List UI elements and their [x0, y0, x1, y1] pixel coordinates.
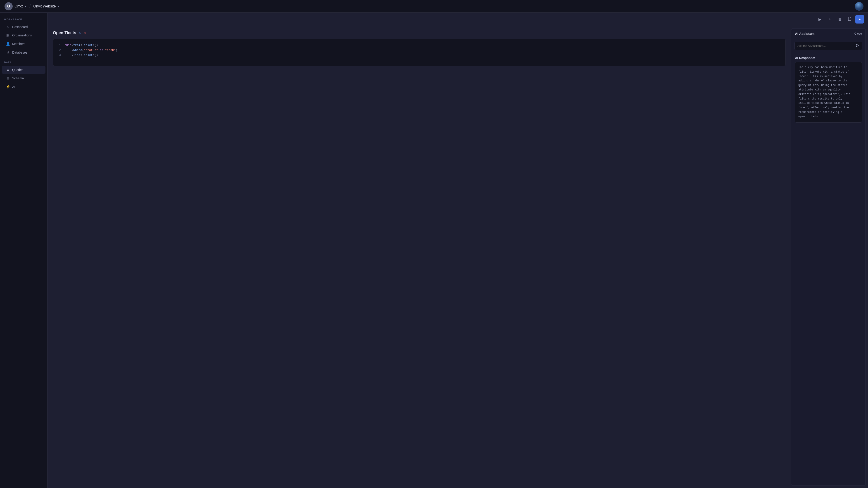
query-title: Open Ticets [53, 31, 76, 35]
line-number: 2 [57, 48, 61, 53]
run-icon: ▶ [818, 17, 821, 22]
file-button[interactable] [845, 15, 854, 24]
add-icon: + [829, 17, 831, 21]
topnav-right [855, 2, 864, 11]
sidebar-item-label: Databases [12, 51, 27, 54]
sidebar-item-label: API [12, 85, 18, 89]
line-code: .where("status" eq "open") [64, 48, 117, 53]
breadcrumb: O Onyx ▼ / Onyx Website ▼ [4, 2, 60, 10]
sidebar-item-label: Organizations [12, 33, 32, 37]
send-icon [856, 44, 859, 47]
line-number: 1 [57, 43, 61, 48]
content-area: ▶ + ⊞ ✦ [48, 13, 868, 488]
ai-response-area: AI Response: The query has been modified… [791, 53, 866, 486]
sidebar-item-queries[interactable]: ≡ Queries [2, 66, 45, 74]
ai-input-area [791, 39, 866, 53]
org-avatar: O [4, 2, 13, 10]
sidebar-item-databases[interactable]: 🗄 Databases [2, 49, 45, 56]
ai-close-button[interactable]: Close [855, 32, 862, 35]
run-button[interactable]: ▶ [815, 15, 824, 24]
ai-send-button[interactable] [856, 44, 859, 48]
api-icon: ⚡ [6, 85, 10, 89]
queries-icon: ≡ [6, 68, 10, 72]
project-chevron-icon: ▼ [57, 5, 60, 8]
sidebar: WORKSPACE ⌂ Dashboard ▦ Organizations 👤 … [0, 13, 48, 488]
code-line-1: 1 this.from<Ticket>() [57, 43, 782, 48]
table-button[interactable]: ⊞ [835, 15, 844, 24]
query-section: Open Ticets ✎ 🗑 1 this.from<Ticket>() 2 [48, 26, 791, 488]
data-section-label: DATA [0, 61, 47, 66]
ai-panel-header: AI Assistant Close [791, 29, 866, 39]
org-name-button[interactable]: Onyx ▼ [14, 4, 27, 8]
table-icon: ⊞ [838, 17, 841, 22]
topnav: O Onyx ▼ / Onyx Website ▼ [0, 0, 868, 13]
line-code: .list<Ticket>() [64, 53, 98, 58]
ai-input-row [795, 41, 862, 50]
query-title-bar: Open Ticets ✎ 🗑 [53, 31, 786, 35]
sidebar-item-api[interactable]: ⚡ API [2, 83, 45, 91]
sidebar-item-members[interactable]: 👤 Members [2, 40, 45, 48]
sidebar-item-schema[interactable]: ⊞ Schema [2, 74, 45, 82]
add-button[interactable]: + [826, 15, 834, 24]
sidebar-item-label: Dashboard [12, 25, 28, 29]
sidebar-item-label: Queries [12, 68, 23, 72]
databases-icon: 🗄 [6, 51, 10, 54]
workspace-section-label: WORKSPACE [0, 18, 47, 23]
sidebar-item-label: Schema [12, 77, 24, 80]
ai-input-field[interactable] [798, 44, 854, 48]
file-icon [848, 17, 851, 22]
line-number: 3 [57, 53, 61, 58]
project-name-button[interactable]: Onyx Website ▼ [33, 4, 60, 8]
code-line-3: 3 .list<Ticket>() [57, 53, 782, 58]
editor-area: Open Ticets ✎ 🗑 1 this.from<Ticket>() 2 [48, 26, 868, 488]
title-delete-icon[interactable]: 🗑 [84, 31, 87, 35]
ai-panel-title: AI Assistant [795, 32, 814, 35]
user-avatar[interactable] [855, 2, 864, 11]
sidebar-item-dashboard[interactable]: ⌂ Dashboard [2, 23, 45, 31]
sidebar-item-label: Members [12, 42, 25, 46]
dashboard-icon: ⌂ [6, 25, 10, 29]
code-line-2: 2 .where("status" eq "open") [57, 48, 782, 53]
schema-icon: ⊞ [6, 76, 10, 80]
toolbar: ▶ + ⊞ ✦ [48, 13, 868, 26]
org-chevron-icon: ▼ [24, 5, 27, 8]
organizations-icon: ▦ [6, 33, 10, 37]
sidebar-item-organizations[interactable]: ▦ Organizations [2, 31, 45, 39]
line-code: this.from<Ticket>() [64, 43, 98, 48]
ai-panel: AI Assistant Close AI Response: [791, 28, 866, 486]
ai-response-label: AI Response: [795, 56, 862, 60]
main-layout: WORKSPACE ⌂ Dashboard ▦ Organizations 👤 … [0, 13, 868, 488]
code-editor[interactable]: 1 this.from<Ticket>() 2 .where("status" … [53, 39, 786, 66]
title-edit-icon[interactable]: ✎ [79, 31, 81, 35]
ai-assistant-button[interactable]: ✦ [855, 15, 864, 24]
ai-response-text: The query has been modified tofilter tic… [795, 62, 862, 123]
sparkle-icon: ✦ [858, 17, 861, 22]
members-icon: 👤 [6, 42, 10, 46]
breadcrumb-separator: / [29, 4, 31, 8]
